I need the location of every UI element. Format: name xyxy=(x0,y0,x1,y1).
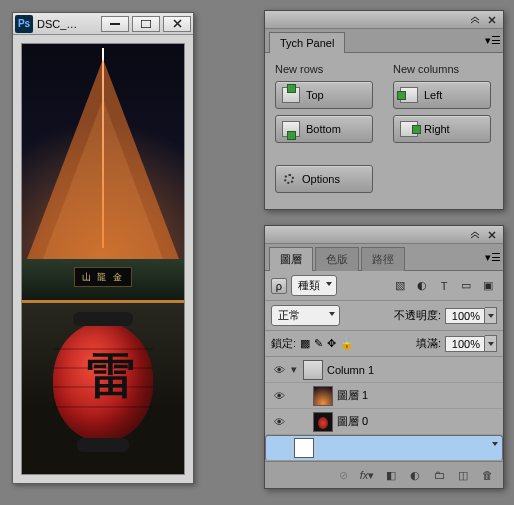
add-col-right-icon xyxy=(400,121,418,137)
collapse-icon[interactable] xyxy=(468,14,482,26)
layer-mask-icon[interactable]: ◧ xyxy=(381,466,401,484)
gear-icon xyxy=(282,172,296,186)
add-col-left-icon xyxy=(400,87,418,103)
layer-thumbnail xyxy=(313,386,333,406)
blend-mode-select[interactable]: 正常 xyxy=(271,305,340,326)
opacity-label: 不透明度: xyxy=(394,308,441,323)
panel-menu-icon[interactable]: ▾☰ xyxy=(485,251,501,264)
new-group-icon[interactable]: 🗀 xyxy=(429,466,449,484)
tych-tabs: Tych Panel ▾☰ xyxy=(265,29,503,53)
layer-row[interactable]: 👁 圖層 1 xyxy=(265,383,503,409)
image-tokyo-tower xyxy=(22,44,184,259)
adjustment-layer-icon[interactable]: ◐ xyxy=(405,466,425,484)
layer-name: 圖層 0 xyxy=(337,414,368,429)
bottom-button-label: Bottom xyxy=(306,123,341,135)
panel-menu-icon[interactable]: ▾☰ xyxy=(485,34,501,47)
svg-rect-0 xyxy=(110,23,120,25)
filter-type-icon[interactable]: T xyxy=(435,278,453,294)
layers-panel-header[interactable] xyxy=(265,226,503,244)
bottom-button[interactable]: Bottom xyxy=(275,115,373,143)
top-button-label: Top xyxy=(306,89,324,101)
filter-kind-button[interactable]: ρ xyxy=(271,278,287,294)
lock-pixels-icon[interactable]: ✎ xyxy=(314,337,323,350)
lock-all-icon[interactable]: 🔒 xyxy=(340,337,354,350)
lock-label: 鎖定: xyxy=(271,336,296,351)
visibility-toggle[interactable]: 👁 xyxy=(269,390,289,402)
right-button-label: Right xyxy=(424,123,450,135)
temple-sign: 山 龍 金 xyxy=(74,267,132,287)
layer-style-icon[interactable]: fx▾ xyxy=(357,466,377,484)
canvas[interactable]: 山 龍 金 雷 xyxy=(21,43,185,475)
layers-footer: ⊘ fx▾ ◧ ◐ 🗀 ◫ 🗑 xyxy=(265,461,503,488)
filter-adjust-icon[interactable]: ◐ xyxy=(413,278,431,294)
tab-paths[interactable]: 路徑 xyxy=(361,247,405,271)
filter-smart-icon[interactable]: ▣ xyxy=(479,278,497,294)
close-panel-icon[interactable] xyxy=(485,14,499,26)
document-window: Ps DSC_… 山 龍 金 雷 xyxy=(12,12,194,484)
layer-thumbnail xyxy=(313,412,333,432)
left-button-label: Left xyxy=(424,89,442,101)
delete-layer-icon[interactable]: 🗑 xyxy=(477,466,497,484)
document-title: DSC_… xyxy=(37,18,98,30)
folder-icon xyxy=(303,360,323,380)
lock-position-icon[interactable]: ✥ xyxy=(327,337,336,350)
svg-rect-1 xyxy=(141,20,151,28)
filter-kind-select[interactable]: 種類 xyxy=(291,275,337,296)
opacity-input[interactable]: 100% xyxy=(445,307,497,324)
minimize-button[interactable] xyxy=(101,16,129,32)
document-titlebar[interactable]: Ps DSC_… xyxy=(13,13,193,35)
tych-panel: Tych Panel ▾☰ New rows Top Bottom New co… xyxy=(264,10,504,210)
close-button[interactable] xyxy=(163,16,191,32)
top-button[interactable]: Top xyxy=(275,81,373,109)
add-row-top-icon xyxy=(282,87,300,103)
group-name: Column 1 xyxy=(327,364,374,376)
layer-name: 圖層 1 xyxy=(337,388,368,403)
disclosure-triangle[interactable]: ▾ xyxy=(289,363,299,376)
tych-body: New rows Top Bottom New columns Left Rig… xyxy=(265,53,503,209)
image-lantern: 山 龍 金 雷 xyxy=(22,259,184,474)
left-button[interactable]: Left xyxy=(393,81,491,109)
chevron-down-icon[interactable] xyxy=(485,335,497,352)
background-layer-row[interactable] xyxy=(265,435,503,461)
photoshop-icon: Ps xyxy=(15,15,33,33)
maximize-button[interactable] xyxy=(132,16,160,32)
filter-shape-icon[interactable]: ▭ xyxy=(457,278,475,294)
chevron-down-icon[interactable] xyxy=(485,307,497,324)
close-panel-icon[interactable] xyxy=(485,229,499,241)
layer-thumbnail xyxy=(294,438,314,458)
tab-layers[interactable]: 圖層 xyxy=(269,247,313,271)
fill-input[interactable]: 100% xyxy=(445,335,497,352)
add-row-bottom-icon xyxy=(282,121,300,137)
new-rows-label: New rows xyxy=(275,63,375,75)
layers-panel: 圖層 色版 路徑 ▾☰ ρ 種類 ▧ ◐ T ▭ ▣ 正常 不透明度: 100%… xyxy=(264,225,504,489)
visibility-toggle[interactable]: 👁 xyxy=(269,416,289,428)
link-layers-icon[interactable]: ⊘ xyxy=(333,466,353,484)
layer-tree: 👁 ▾ Column 1 👁 圖層 1 👁 圖層 0 xyxy=(265,357,503,461)
layer-row[interactable]: 👁 圖層 0 xyxy=(265,409,503,435)
lock-transparency-icon[interactable]: ▩ xyxy=(300,337,310,350)
right-button[interactable]: Right xyxy=(393,115,491,143)
new-layer-icon[interactable]: ◫ xyxy=(453,466,473,484)
tab-tych-panel[interactable]: Tych Panel xyxy=(269,32,345,53)
tych-panel-header[interactable] xyxy=(265,11,503,29)
canvas-area: 山 龍 金 雷 xyxy=(13,35,193,483)
layer-group-row[interactable]: 👁 ▾ Column 1 xyxy=(265,357,503,383)
filter-pixel-icon[interactable]: ▧ xyxy=(391,278,409,294)
layers-tabs: 圖層 色版 路徑 ▾☰ xyxy=(265,244,503,271)
options-button[interactable]: Options xyxy=(275,165,373,193)
fill-label: 填滿: xyxy=(416,336,441,351)
visibility-toggle[interactable]: 👁 xyxy=(269,364,289,376)
new-columns-label: New columns xyxy=(393,63,493,75)
layers-body: ρ 種類 ▧ ◐ T ▭ ▣ 正常 不透明度: 100% 鎖定: ▩ ✎ ✥ 🔒… xyxy=(265,271,503,488)
options-button-label: Options xyxy=(302,173,340,185)
tab-channels[interactable]: 色版 xyxy=(315,247,359,271)
collapse-icon[interactable] xyxy=(468,229,482,241)
